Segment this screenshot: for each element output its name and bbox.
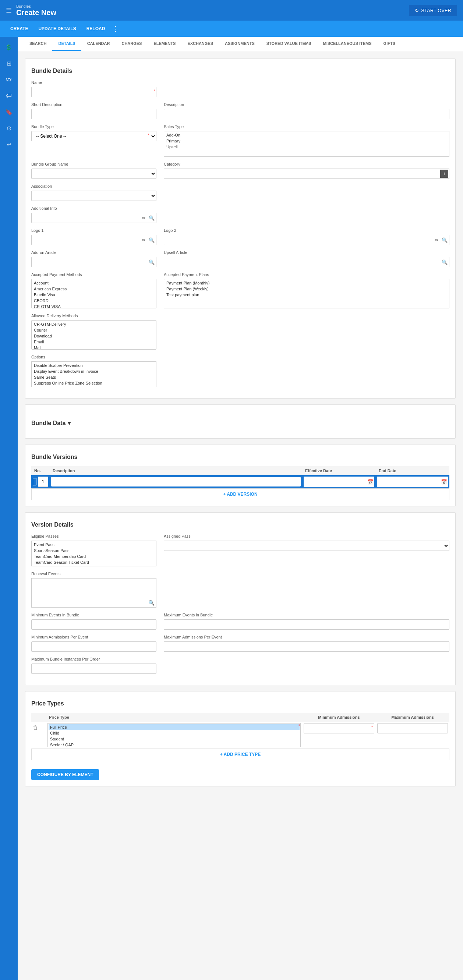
- delivery-mail[interactable]: Mail: [32, 345, 155, 350]
- tab-exchanges[interactable]: EXCHANGES: [181, 37, 219, 51]
- tab-calendar[interactable]: CALENDAR: [81, 37, 116, 51]
- price-full[interactable]: Full Price: [49, 724, 299, 730]
- pass-sports-season[interactable]: SportsSeason Pass: [32, 547, 155, 554]
- renewal-events-search-button[interactable]: 🔍: [148, 600, 154, 606]
- plan-weekly[interactable]: Payment Plan (Weekly): [165, 286, 448, 292]
- sidebar-icon-sell[interactable]: 💲: [2, 40, 16, 54]
- min-events-input[interactable]: [31, 619, 156, 630]
- bundle-group-select[interactable]: [31, 169, 156, 179]
- pass-event[interactable]: Event Pass: [32, 542, 155, 547]
- tab-search[interactable]: SEARCH: [24, 37, 52, 51]
- option-suppress-price[interactable]: Suppress Online Price Zone Selection: [32, 380, 155, 386]
- addon-article-search-button[interactable]: 🔍: [147, 259, 156, 266]
- additional-info-edit-button[interactable]: ✏: [140, 215, 147, 221]
- category-add-button[interactable]: +: [440, 170, 448, 178]
- upsell-article-input[interactable]: [164, 257, 440, 267]
- max-events-input[interactable]: [164, 619, 449, 630]
- option-display-breakdown[interactable]: Display Event Breakdown in Invoice: [32, 368, 155, 374]
- additional-info-input[interactable]: [32, 213, 140, 223]
- sales-type-upsell[interactable]: Upsell: [165, 144, 448, 150]
- version-number-input[interactable]: [38, 477, 48, 487]
- logo1-search-button[interactable]: 🔍: [147, 237, 156, 243]
- addon-article-input[interactable]: [32, 257, 147, 267]
- delivery-courier[interactable]: Courier: [32, 327, 155, 333]
- logo2-input[interactable]: [164, 235, 433, 245]
- version-checkbox[interactable]: [33, 478, 37, 485]
- plan-test[interactable]: Test payment plan: [165, 292, 448, 298]
- add-version-button[interactable]: + ADD VERSION: [31, 488, 449, 500]
- plan-monthly[interactable]: Payment Plan (Monthly): [165, 280, 448, 286]
- option-same-seats[interactable]: Same Seats: [32, 374, 155, 380]
- tab-assignments[interactable]: ASSIGNMENTS: [219, 37, 261, 51]
- sidebar-icon-circle[interactable]: ⊙: [2, 121, 16, 135]
- reload-button[interactable]: RELOAD: [82, 23, 110, 34]
- bundle-type-select[interactable]: -- Select One --: [31, 131, 156, 141]
- price-senior[interactable]: Senior / QAP: [49, 742, 299, 747]
- version-end-date-picker[interactable]: 📅: [440, 479, 448, 485]
- sales-type-primary[interactable]: Primary: [165, 138, 448, 144]
- max-admissions-input[interactable]: [164, 641, 449, 652]
- additional-info-search-button[interactable]: 🔍: [147, 215, 156, 221]
- delivery-download[interactable]: Download: [32, 333, 155, 339]
- pass-teamcard-membership[interactable]: TeamCard Membership Card: [32, 554, 155, 559]
- category-input[interactable]: [164, 169, 439, 178]
- min-admissions-input[interactable]: [31, 641, 156, 652]
- price-child[interactable]: Child: [49, 730, 299, 736]
- sidebar-icon-bookmark[interactable]: 🔖: [2, 105, 16, 119]
- payment-cbord[interactable]: CBORD: [32, 298, 155, 304]
- delivery-crgtm[interactable]: CR-GTM-Delivery: [32, 321, 155, 327]
- price-min-admissions-input[interactable]: [304, 723, 374, 733]
- logo1-edit-button[interactable]: ✏: [140, 237, 147, 243]
- create-button[interactable]: CREATE: [6, 23, 32, 34]
- price-type-listbox[interactable]: Full Price Child Student Senior / QAP Co…: [48, 723, 301, 747]
- option-disable-scalper[interactable]: Disable Scalper Prevention: [32, 363, 155, 368]
- tab-gifts[interactable]: GIFTS: [378, 37, 401, 51]
- delivery-email[interactable]: Email: [32, 339, 155, 345]
- version-end-date-input[interactable]: [377, 477, 440, 487]
- renewal-events-area[interactable]: 🔍: [31, 578, 156, 608]
- max-instances-input[interactable]: [31, 663, 156, 674]
- tab-stored-value-items[interactable]: STORED VALUE ITEMS: [261, 37, 317, 51]
- tab-charges[interactable]: CHARGES: [116, 37, 148, 51]
- logo1-input[interactable]: [32, 235, 140, 245]
- association-select[interactable]: [31, 191, 156, 201]
- sidebar-icon-ticket[interactable]: 🎟: [2, 72, 16, 87]
- tab-details[interactable]: DETAILS: [52, 37, 81, 51]
- description-input[interactable]: [164, 109, 449, 119]
- payment-crgtm[interactable]: CR-GTM-VISA: [32, 304, 155, 309]
- version-effective-date-picker[interactable]: 📅: [367, 479, 374, 485]
- logo2-edit-button[interactable]: ✏: [433, 237, 440, 243]
- update-details-button[interactable]: UPDATE DETAILS: [34, 23, 80, 34]
- tab-miscellaneous-items[interactable]: MISCELLANEOUS ITEMS: [317, 37, 378, 51]
- sidebar-icon-tag[interactable]: 🏷: [2, 88, 16, 103]
- sidebar-icon-transfer[interactable]: ↩: [2, 137, 16, 152]
- more-options-button[interactable]: ⋮: [112, 25, 119, 33]
- hamburger-menu[interactable]: ☰: [6, 6, 12, 14]
- logo2-search-button[interactable]: 🔍: [440, 237, 449, 243]
- configure-by-element-button[interactable]: CONFIGURE BY ELEMENT: [31, 769, 99, 780]
- upsell-article-search-button[interactable]: 🔍: [440, 259, 449, 266]
- options-listbox[interactable]: Disable Scalper Prevention Display Event…: [31, 361, 156, 387]
- price-type-delete-button[interactable]: 🗑: [33, 725, 38, 730]
- eligible-passes-listbox[interactable]: Event Pass SportsSeason Pass TeamCard Me…: [31, 541, 156, 566]
- sales-type-addon[interactable]: Add-On: [165, 132, 448, 138]
- add-price-type-button[interactable]: + ADD PRICE TYPE: [31, 749, 449, 760]
- short-desc-input[interactable]: [31, 109, 156, 119]
- price-student[interactable]: Student: [49, 736, 299, 742]
- name-input[interactable]: [31, 87, 156, 97]
- assigned-pass-select[interactable]: [164, 541, 449, 551]
- payment-account[interactable]: Account: [32, 280, 155, 286]
- bundle-data-title[interactable]: Bundle Data ▾: [31, 420, 449, 426]
- payment-plans-listbox[interactable]: Payment Plan (Monthly) Payment Plan (Wee…: [164, 279, 449, 309]
- start-over-button[interactable]: ↻ START OVER: [409, 5, 457, 16]
- sidebar-icon-grid[interactable]: ⊞: [2, 56, 16, 71]
- version-effective-date-input[interactable]: [304, 477, 367, 487]
- delivery-methods-listbox[interactable]: CR-GTM-Delivery Courier Download Email M…: [31, 320, 156, 350]
- tab-elements[interactable]: ELEMENTS: [148, 37, 181, 51]
- payment-methods-listbox[interactable]: Account American Express Bluefin Visa CB…: [31, 279, 156, 309]
- price-max-admissions-input[interactable]: [377, 723, 448, 733]
- version-description-input[interactable]: [51, 477, 301, 487]
- payment-amex[interactable]: American Express: [32, 286, 155, 292]
- sales-type-listbox[interactable]: Add-On Primary Upsell: [164, 131, 449, 157]
- payment-bluefin[interactable]: Bluefin Visa: [32, 292, 155, 298]
